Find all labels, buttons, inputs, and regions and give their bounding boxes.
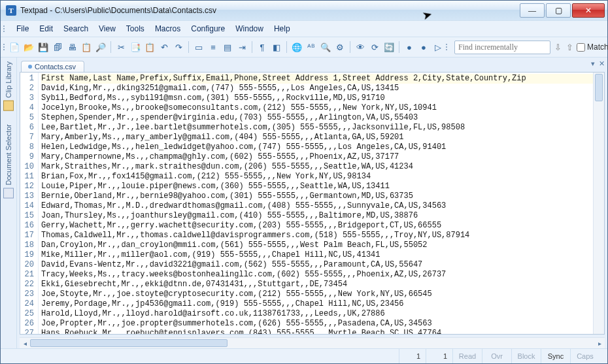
text-line[interactable]: Mary,Champernowne,Ms.,,champma@ghly.com,… bbox=[41, 152, 593, 162]
minimize-button[interactable]: — bbox=[520, 3, 545, 18]
text-line[interactable]: Thomas,Caldwell,Mr.,,thomas.caldwell@dav… bbox=[41, 231, 593, 240]
hscroll-left-icon[interactable]: ◂ bbox=[20, 338, 30, 348]
toolbar-button[interactable]: ✂ bbox=[114, 41, 127, 54]
toolbar-button[interactable]: ◧ bbox=[270, 41, 283, 54]
toolbar-button[interactable]: 📂 bbox=[22, 41, 35, 54]
status-line-number: 1 bbox=[399, 349, 426, 363]
menu-search[interactable]: Search bbox=[58, 23, 93, 35]
text-line[interactable]: Bernie,Oberland,Mr.,,bernie98@yahoo.com,… bbox=[41, 191, 593, 201]
menu-configure[interactable]: Configure bbox=[186, 23, 230, 35]
maximize-button[interactable]: ▢ bbox=[546, 3, 571, 18]
toolbar-separator bbox=[399, 41, 399, 53]
text-line[interactable]: Harold,Lloyd,Mr.,,lloyd.harold@airsoft.c… bbox=[41, 309, 593, 319]
text-line[interactable]: Lee,Bartlet,Mr.,Jr.,lee.bartlet@summerho… bbox=[41, 123, 593, 133]
toolbar-button[interactable]: 👁 bbox=[354, 41, 367, 54]
text-line[interactable]: Mary,Amberly,Ms.,,mary_amberly@gmail.com… bbox=[41, 133, 593, 142]
text-line[interactable]: First Name,Last Name,Prefix,Suffix,Email… bbox=[41, 74, 593, 84]
text-content[interactable]: First Name,Last Name,Prefix,Suffix,Email… bbox=[39, 73, 593, 334]
text-line[interactable]: Sybil,Bedford,Ms.,,sybil91@msn.com,(301)… bbox=[41, 93, 593, 103]
toolbar-button[interactable]: 🗐 bbox=[51, 41, 64, 54]
find-prev-icon[interactable]: ⇧ bbox=[565, 42, 574, 52]
text-line[interactable]: Jocelyn,Brooke,Ms.,,brooke@someconsultan… bbox=[41, 103, 593, 113]
toolbar-button[interactable]: ↶ bbox=[158, 41, 171, 54]
toolbar-button[interactable]: ⚙ bbox=[333, 41, 346, 54]
text-line[interactable]: Louie,Piper,Mr.,,louie.piper@news.com,(3… bbox=[41, 182, 593, 191]
window-title: Textpad - C:\Users\Public\Documents\Data… bbox=[20, 6, 516, 15]
text-line[interactable]: Mark,Straithes,Mr.,,mark.straithes@dun.c… bbox=[41, 162, 593, 172]
text-line[interactable]: Edward,Thomas,Mr.,M.D.,dredwardthomas@gm… bbox=[41, 201, 593, 211]
menu-tools[interactable]: Tools bbox=[121, 23, 150, 35]
toolbar-button[interactable]: ▭ bbox=[192, 41, 205, 54]
match-case-label: Match case bbox=[587, 42, 608, 52]
horizontal-scrollbar-thumb[interactable] bbox=[30, 339, 228, 347]
toolbar-button[interactable]: 🔍 bbox=[319, 41, 332, 54]
line-number: 27 bbox=[20, 329, 34, 334]
toolbar-button[interactable]: ▤ bbox=[221, 41, 234, 54]
toolbar-button[interactable]: ⟳ bbox=[368, 41, 381, 54]
toolbar-grip[interactable] bbox=[3, 40, 5, 54]
menu-macros[interactable]: Macros bbox=[150, 23, 186, 35]
find-input[interactable] bbox=[454, 41, 550, 54]
tab-dropdown-icon[interactable]: ▾ bbox=[591, 59, 595, 68]
side-tab-clip-library[interactable]: Clip Library bbox=[3, 61, 14, 111]
toolbar-separator bbox=[110, 41, 111, 53]
line-number: 1 bbox=[20, 74, 34, 84]
hscroll-right-icon[interactable]: ▸ bbox=[594, 338, 605, 348]
toolbar-button[interactable]: ↷ bbox=[172, 41, 185, 54]
toolbar-button[interactable]: ≡ bbox=[207, 41, 220, 54]
toolbar-button[interactable]: ● bbox=[417, 41, 430, 54]
match-case-checkbox[interactable] bbox=[577, 43, 585, 52]
text-line[interactable]: Dan,Croylon,Mr.,,dan_croylon@mmii.com,(5… bbox=[41, 240, 593, 250]
text-line[interactable]: Joe,Stoyte,Mr.,,joe.stoyte@cryptosecurit… bbox=[41, 290, 593, 299]
toolbar-button[interactable]: 🔄 bbox=[382, 41, 396, 54]
text-line[interactable]: Brian,Fox,Mr.,,fox1415@gmail.com,(212) 5… bbox=[41, 172, 593, 182]
titlebar[interactable]: Textpad - C:\Users\Public\Documents\Data… bbox=[1, 1, 607, 20]
toolbar-button[interactable]: 📑 bbox=[129, 41, 142, 54]
tab-close-icon[interactable]: ✕ bbox=[599, 59, 605, 68]
text-line[interactable]: Gerry,Wachett,Mr.,,gerry.wachett@securit… bbox=[41, 221, 593, 231]
toolbar-button[interactable]: 🖶 bbox=[65, 41, 78, 54]
menubar-grip[interactable] bbox=[3, 23, 7, 35]
menu-edit[interactable]: Edit bbox=[34, 23, 58, 35]
toolbar-button[interactable]: ⇥ bbox=[235, 41, 248, 54]
toolbar-button[interactable]: ᴬᴮ bbox=[305, 41, 318, 54]
toolbar-button[interactable]: 📋 bbox=[80, 41, 93, 54]
text-line[interactable]: Mike,Miller,Mr.,,miller@aol.com,(919) 55… bbox=[41, 250, 593, 260]
document-tab-active[interactable]: Contacts.csv bbox=[21, 61, 84, 72]
toolbar-button[interactable]: 🔎 bbox=[94, 41, 107, 54]
text-line[interactable]: Helen,Ledwidge,Ms.,,helen_ledwidget@yaho… bbox=[41, 142, 593, 152]
menu-window[interactable]: Window bbox=[230, 23, 269, 35]
text-line[interactable]: Jeremy,Pordage,Mr.,,jp4536@gmail.com,(91… bbox=[41, 299, 593, 309]
text-editor[interactable]: 1234567891011121314151617181920212223242… bbox=[20, 72, 605, 335]
text-line[interactable]: Ekki,Giesebrecht,Mr.,,ekki@dtnn.de,07431… bbox=[41, 280, 593, 290]
menu-file[interactable]: File bbox=[11, 23, 34, 35]
toolbar-button[interactable]: ● bbox=[403, 41, 416, 54]
text-line[interactable]: David,King,Mr.,,dking3251@gmail.com,(747… bbox=[41, 84, 593, 93]
text-line[interactable]: Stephen,Spender,Mr.,,spender@virginia.ed… bbox=[41, 113, 593, 123]
menu-help[interactable]: Help bbox=[269, 23, 296, 35]
toolbar-button[interactable]: 🌐 bbox=[290, 41, 303, 54]
horizontal-scrollbar[interactable]: ◂ ▸ bbox=[20, 337, 605, 348]
line-number: 15 bbox=[20, 211, 34, 221]
status-column-number: 1 bbox=[426, 349, 452, 363]
toolbar-button[interactable]: 📄 bbox=[8, 41, 21, 54]
toolbar-button[interactable]: 📋 bbox=[143, 41, 156, 54]
menu-view[interactable]: View bbox=[93, 23, 121, 35]
vertical-scrollbar[interactable] bbox=[593, 73, 604, 334]
side-tab-document-selector[interactable]: Document Selector bbox=[3, 124, 14, 199]
text-line[interactable]: Joe,Propter,Mr.,,joe.propter@summerhotel… bbox=[41, 319, 593, 329]
match-case-toggle[interactable]: Match case bbox=[577, 42, 608, 52]
close-button[interactable]: ✕ bbox=[572, 3, 605, 18]
findbar-grip[interactable] bbox=[446, 40, 450, 54]
toolbar-button[interactable]: ¶ bbox=[256, 41, 269, 54]
toolbar-button[interactable]: ▷ bbox=[431, 41, 445, 54]
text-line[interactable]: Tracy,Weeks,Ms.,,tracy.weeks@bostonheali… bbox=[41, 270, 593, 280]
text-line[interactable]: Joan,Thursley,Ms.,,joanthursley@gmail.co… bbox=[41, 211, 593, 221]
line-number: 4 bbox=[20, 103, 34, 113]
find-next-icon[interactable]: ⇩ bbox=[553, 42, 562, 52]
text-line[interactable]: Hans,Roebuck,Mr.,,roebuch@tennisplayers.… bbox=[41, 329, 593, 334]
text-line[interactable]: David,Evans-Wentz,Mr.,,david3221@gmail.c… bbox=[41, 260, 593, 270]
line-number: 23 bbox=[20, 290, 34, 299]
vertical-scrollbar-thumb[interactable] bbox=[595, 74, 603, 101]
toolbar-button[interactable]: 💾 bbox=[37, 41, 50, 54]
